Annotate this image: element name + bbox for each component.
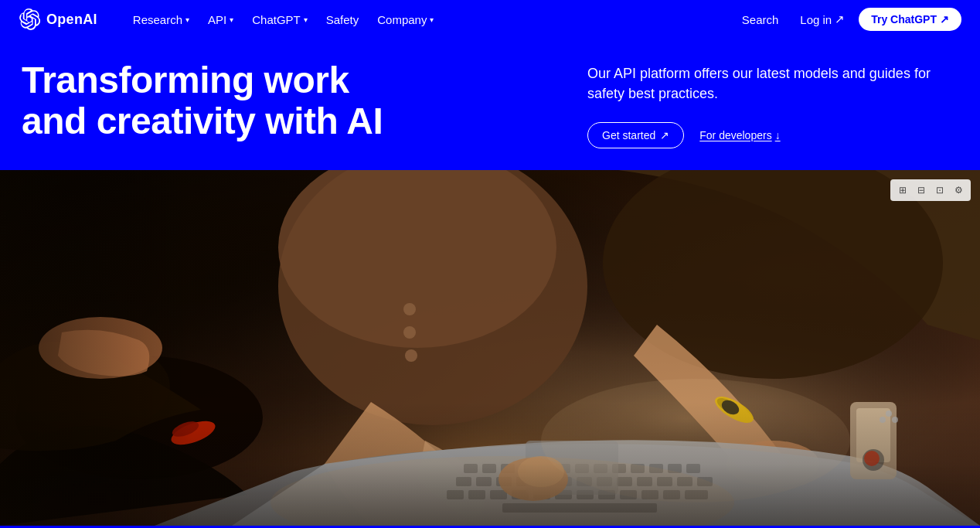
image-toolbar: ⊞ ⊟ ⊡ ⚙ [890,179,971,201]
get-started-button[interactable]: Get started ↗ [587,122,684,148]
hero-image-section: ⊞ ⊟ ⊡ ⚙ [0,170,980,526]
hero-buttons: Get started ↗ For developers ↓ [587,122,958,148]
nav-research[interactable]: Research ▾ [125,9,197,31]
settings-icon[interactable]: ⚙ [951,182,966,198]
chevron-down-icon: ▾ [430,15,434,24]
arrow-down-icon: ↓ [775,129,781,141]
nav-chatgpt[interactable]: ChatGPT ▾ [244,9,315,31]
for-developers-button[interactable]: For developers ↓ [699,129,780,141]
svg-point-14 [403,326,416,339]
svg-point-15 [405,349,417,362]
nav-right: Search Log in ↗ Try ChatGPT ↗ [734,8,961,31]
login-button[interactable]: Log in ↗ [792,8,852,31]
chevron-down-icon: ▾ [230,15,233,24]
hero-description: Our API platform offers our latest model… [587,63,943,104]
logo[interactable]: OpenAI [19,9,97,30]
hero-left: Transforming work and creativity with AI [22,60,526,142]
navigation: OpenAI Research ▾ API ▾ ChatGPT ▾ Safety… [0,0,980,39]
try-chatgpt-button[interactable]: Try ChatGPT ↗ [859,8,961,31]
list-view-icon[interactable]: ⊟ [914,182,929,198]
arrow-icon: ↗ [660,129,669,141]
openai-logo-icon [19,9,40,30]
svg-rect-74 [0,402,980,526]
nav-links: Research ▾ API ▾ ChatGPT ▾ Safety Compan… [125,9,734,31]
image-view-icon[interactable]: ⊡ [932,182,948,198]
search-button[interactable]: Search [734,9,787,31]
brand-name: OpenAI [46,12,97,28]
grid-view-icon[interactable]: ⊞ [895,182,910,198]
hero-section: Transforming work and creativity with AI… [0,39,980,170]
svg-point-13 [403,303,416,315]
nav-api[interactable]: API ▾ [200,9,241,31]
external-link-icon: ↗ [835,12,845,26]
hero-image [0,170,980,526]
chevron-down-icon: ▾ [304,15,308,24]
chevron-down-icon: ▾ [185,15,189,24]
nav-safety[interactable]: Safety [318,9,367,31]
arrow-icon: ↗ [940,13,949,26]
nav-company[interactable]: Company ▾ [369,9,441,31]
hero-title: Transforming work and creativity with AI [22,60,424,142]
hero-right: Our API platform offers our latest model… [587,60,958,148]
